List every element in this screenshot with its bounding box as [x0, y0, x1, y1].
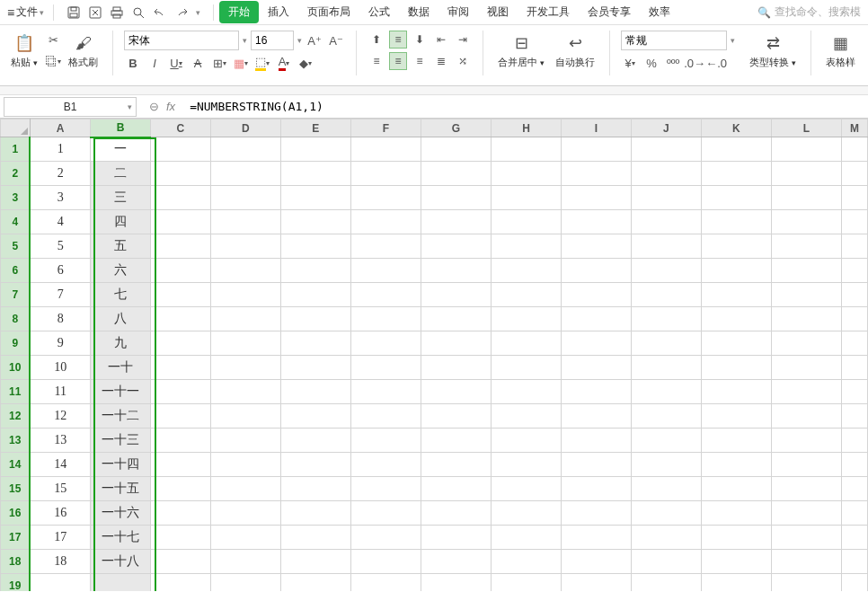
cell[interactable] [631, 283, 701, 307]
cell[interactable] [701, 453, 771, 477]
cell[interactable] [151, 234, 211, 259]
tab-efficiency[interactable]: 效率 [640, 1, 679, 23]
cell[interactable] [151, 331, 211, 356]
cell[interactable] [210, 162, 280, 186]
cell[interactable] [350, 137, 421, 162]
cell[interactable] [841, 453, 867, 477]
cell[interactable] [492, 404, 562, 429]
tab-insert[interactable]: 插入 [259, 1, 298, 23]
cell[interactable] [701, 550, 771, 574]
column-header[interactable]: I [562, 119, 632, 137]
cell[interactable] [421, 186, 491, 210]
cell[interactable] [562, 550, 632, 574]
cell[interactable] [631, 137, 701, 162]
cell[interactable] [562, 429, 632, 453]
chevron-down-icon[interactable]: ▾ [243, 36, 247, 45]
cell[interactable]: 一十二 [91, 404, 151, 429]
cell[interactable]: 一十三 [91, 429, 151, 453]
orientation-icon[interactable]: ⤮ [454, 52, 472, 70]
cell[interactable] [151, 162, 211, 186]
cell[interactable] [631, 574, 701, 592]
cell[interactable] [701, 234, 771, 259]
cell[interactable] [771, 307, 841, 331]
cell[interactable] [631, 429, 701, 453]
cell[interactable] [280, 453, 350, 477]
cell[interactable] [421, 210, 491, 234]
save-icon[interactable] [66, 5, 81, 20]
cell[interactable] [701, 574, 771, 592]
cell[interactable] [631, 356, 701, 380]
column-header[interactable]: H [492, 119, 562, 137]
cell[interactable] [421, 137, 491, 162]
cell[interactable] [210, 186, 280, 210]
align-right-icon[interactable]: ≡ [411, 52, 429, 70]
cell[interactable]: 一十四 [91, 453, 151, 477]
align-middle-icon[interactable]: ≡ [389, 31, 407, 49]
cell[interactable] [280, 526, 350, 550]
column-header[interactable]: L [771, 119, 841, 137]
column-header[interactable]: D [210, 119, 280, 137]
format-painter-button[interactable]: 🖌 格式刷 [65, 31, 102, 71]
cell[interactable]: 一十八 [91, 550, 151, 574]
cell[interactable]: 14 [30, 453, 90, 477]
cell[interactable]: 五 [91, 234, 151, 259]
type-convert-button[interactable]: ⇄ 类型转换 ▾ [746, 31, 800, 71]
cell[interactable] [280, 404, 350, 429]
cell[interactable] [492, 477, 562, 501]
cell[interactable] [701, 477, 771, 501]
row-header[interactable]: 9 [1, 331, 31, 356]
row-header[interactable]: 7 [1, 283, 31, 307]
cell[interactable] [631, 307, 701, 331]
phonetic-button[interactable]: ◆ ▾ [297, 54, 314, 72]
row-header[interactable]: 19 [1, 574, 31, 592]
cell[interactable] [841, 404, 867, 429]
cell[interactable] [562, 234, 632, 259]
cell[interactable] [421, 356, 491, 380]
cell[interactable] [701, 283, 771, 307]
row-header[interactable]: 4 [1, 210, 31, 234]
cell[interactable] [210, 404, 280, 429]
cell[interactable]: 九 [91, 331, 151, 356]
indent-increase-icon[interactable]: ⇥ [454, 31, 472, 49]
align-left-icon[interactable]: ≡ [368, 52, 385, 70]
cell[interactable] [841, 356, 867, 380]
cell[interactable] [421, 283, 491, 307]
print-icon[interactable] [110, 5, 124, 20]
cell[interactable] [210, 210, 280, 234]
redo-icon[interactable] [174, 5, 189, 20]
cell[interactable]: 6 [30, 259, 90, 283]
cell[interactable] [492, 550, 562, 574]
cell[interactable] [280, 331, 350, 356]
search-box[interactable]: 🔍 查找命令、搜索模 [757, 4, 864, 20]
align-center-icon[interactable]: ≡ [389, 52, 407, 70]
cell[interactable] [562, 404, 632, 429]
row-header[interactable]: 15 [1, 477, 31, 501]
cell[interactable] [350, 234, 421, 259]
cell[interactable] [421, 550, 491, 574]
cell[interactable]: 5 [30, 234, 90, 259]
cell[interactable] [701, 526, 771, 550]
fill-color-button[interactable]: ⬚ ▾ [253, 54, 271, 72]
cell[interactable] [151, 477, 211, 501]
cell[interactable] [210, 501, 280, 526]
cell[interactable] [701, 331, 771, 356]
cell[interactable] [701, 380, 771, 404]
wrap-text-button[interactable]: ↩ 自动换行 [552, 31, 598, 71]
cell[interactable] [210, 453, 280, 477]
cell[interactable]: 一十六 [91, 501, 151, 526]
tab-member[interactable]: 会员专享 [579, 1, 640, 23]
indent-decrease-icon[interactable]: ⇤ [432, 31, 450, 49]
cell[interactable] [210, 234, 280, 259]
cell[interactable] [631, 186, 701, 210]
cell[interactable] [280, 501, 350, 526]
cell[interactable] [280, 259, 350, 283]
cell[interactable]: 8 [30, 307, 90, 331]
cell[interactable]: 18 [30, 550, 90, 574]
cell[interactable] [631, 550, 701, 574]
cell[interactable] [701, 210, 771, 234]
cell[interactable] [771, 162, 841, 186]
cell[interactable] [841, 259, 867, 283]
font-color-button[interactable]: A ▾ [275, 54, 293, 72]
cell[interactable] [562, 283, 632, 307]
cut-icon[interactable]: ✂ [45, 32, 61, 49]
